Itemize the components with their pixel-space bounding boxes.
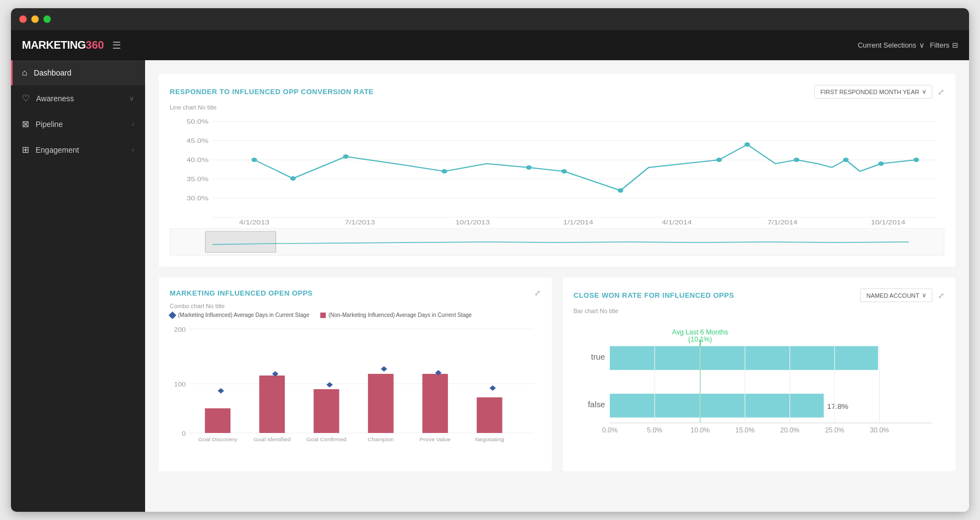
- svg-point-29: [878, 161, 884, 166]
- svg-text:true: true: [591, 353, 605, 361]
- conversion-rate-title: RESPONDER TO INFLUENCED OPP CONVERSION R…: [170, 88, 374, 96]
- heart-icon: ♡: [22, 93, 30, 103]
- svg-rect-44: [368, 374, 394, 433]
- combo-chart-legend: (Marketing Influenced) Average Days in C…: [170, 312, 541, 318]
- app-wrapper: MARKETING360 ☰ Current Selections ∨ Filt…: [11, 30, 969, 512]
- svg-text:1/1/2014: 1/1/2014: [563, 219, 593, 226]
- mini-chart-svg: [170, 229, 944, 255]
- svg-text:Prove Value: Prove Value: [420, 437, 451, 442]
- sidebar-item-label: Awareness: [36, 94, 74, 103]
- close-won-subtitle: Bar chart No title: [574, 308, 945, 314]
- svg-point-30: [913, 158, 919, 162]
- expand-button[interactable]: ⤢: [534, 288, 541, 297]
- svg-rect-45: [422, 374, 448, 433]
- svg-text:false: false: [587, 400, 604, 409]
- grid-icon: ⊞: [22, 145, 29, 155]
- sidebar-item-label: Pipeline: [36, 120, 63, 129]
- expand-button[interactable]: ⤢: [938, 88, 944, 96]
- conversion-chart-subtitle: Line chart No title: [170, 104, 944, 111]
- combo-chart-svg: 200 100 0: [170, 323, 541, 444]
- legend-label: (Marketing Influenced) Average Days in C…: [178, 312, 309, 318]
- minimize-button[interactable]: [31, 15, 39, 23]
- svg-text:17.8%: 17.8%: [827, 402, 848, 411]
- svg-text:35.0%: 35.0%: [187, 176, 209, 182]
- sidebar-item-dashboard[interactable]: ⌂ Dashboard: [11, 60, 145, 85]
- filters-button[interactable]: Filters ⊟: [930, 41, 958, 49]
- hamburger-icon[interactable]: ☰: [112, 39, 121, 51]
- sidebar-item-engagement[interactable]: ⊞ Engagement ‹: [11, 137, 145, 163]
- hbar-chart-svg: true false 17.8% Avg Last 6 Months (10.1…: [579, 322, 939, 458]
- app-container: ⌂ Dashboard ♡ Awareness ∨ ⊠ Pipeline ‹ ⊞…: [11, 60, 969, 512]
- sidebar-item-awareness[interactable]: ♡ Awareness ∨: [11, 85, 145, 111]
- svg-rect-41: [205, 408, 230, 433]
- svg-rect-42: [260, 375, 285, 433]
- svg-point-27: [794, 158, 799, 162]
- close-won-header: CLOSE WON RATE FOR INFLUENCED OPPS NAMED…: [574, 288, 945, 302]
- current-selections-label: Current Selections: [858, 41, 916, 49]
- maximize-button[interactable]: [43, 15, 51, 23]
- main-content: RESPONDER TO INFLUENCED OPP CONVERSION R…: [145, 60, 969, 512]
- chevron-down-icon: ∨: [922, 88, 926, 95]
- traffic-lights: [19, 15, 51, 23]
- svg-text:10/1/2014: 10/1/2014: [871, 219, 906, 226]
- svg-text:50.0%: 50.0%: [187, 118, 209, 125]
- close-won-title: CLOSE WON RATE FOR INFLUENCED OPPS: [574, 291, 734, 299]
- svg-text:Goal Discovery: Goal Discovery: [198, 437, 237, 442]
- window: MARKETING360 ☰ Current Selections ∨ Filt…: [11, 8, 969, 512]
- svg-text:7/1/2014: 7/1/2014: [768, 219, 798, 226]
- square-icon: [320, 313, 326, 318]
- logo-marketing: MARKETING: [22, 39, 86, 51]
- close-won-section: CLOSE WON RATE FOR INFLUENCED OPPS NAMED…: [563, 278, 956, 471]
- combo-chart: 200 100 0: [170, 323, 541, 444]
- conversion-rate-header: RESPONDER TO INFLUENCED OPP CONVERSION R…: [170, 85, 944, 99]
- svg-text:5.0%: 5.0%: [647, 426, 662, 434]
- first-responded-dropdown[interactable]: FIRST RESPONDED MONTH YEAR ∨: [814, 85, 932, 99]
- svg-rect-46: [477, 397, 503, 433]
- marketing-opps-header: MARKETING INFLUENCED OPEN OPPS ⤢: [170, 288, 541, 297]
- svg-point-25: [716, 158, 722, 162]
- svg-marker-47: [218, 388, 224, 394]
- current-selections-button[interactable]: Current Selections ∨: [858, 41, 925, 49]
- svg-text:100: 100: [174, 381, 186, 388]
- line-chart-svg: 50.0% 45.0% 40.0% 35.0% 30.0% 4/1/2013 7…: [170, 116, 944, 226]
- svg-text:4/1/2013: 4/1/2013: [239, 219, 269, 226]
- svg-text:10/1/2013: 10/1/2013: [456, 219, 490, 226]
- sidebar-item-label: Engagement: [36, 146, 79, 154]
- legend-item-non-marketing: (Non-Marketing Influenced) Average Days …: [320, 312, 472, 318]
- svg-text:40.0%: 40.0%: [187, 157, 209, 163]
- svg-point-21: [442, 169, 447, 174]
- close-button[interactable]: [19, 15, 27, 23]
- hbar-chart: true false 17.8% Avg Last 6 Months (10.1…: [574, 322, 945, 460]
- topbar: MARKETING360 ☰ Current Selections ∨ Filt…: [11, 30, 969, 60]
- svg-text:20.0%: 20.0%: [780, 426, 799, 434]
- chevron-left-icon: ‹: [132, 120, 134, 128]
- svg-text:25.0%: 25.0%: [825, 426, 844, 434]
- svg-point-26: [745, 142, 750, 147]
- svg-point-22: [526, 165, 532, 170]
- mini-chart[interactable]: [170, 228, 944, 256]
- marketing-opps-subtitle: Combo chart No title: [170, 303, 541, 309]
- logo: MARKETING360: [22, 39, 104, 51]
- svg-text:15.0%: 15.0%: [735, 426, 754, 434]
- filters-label: Filters: [930, 41, 949, 49]
- svg-text:Goal Confirmed: Goal Confirmed: [306, 437, 346, 442]
- chevron-down-icon: ∨: [919, 41, 925, 49]
- cart-icon: ⊠: [22, 119, 29, 129]
- expand-button[interactable]: ⤢: [938, 291, 944, 300]
- sidebar-item-pipeline[interactable]: ⊠ Pipeline ‹: [11, 111, 145, 137]
- bottom-charts-row: MARKETING INFLUENCED OPEN OPPS ⤢ Combo c…: [159, 278, 955, 482]
- svg-point-19: [290, 176, 296, 181]
- svg-text:30.0%: 30.0%: [869, 426, 889, 434]
- chevron-left-icon: ‹: [132, 146, 134, 154]
- legend-label: (Non-Marketing Influenced) Average Days …: [328, 312, 472, 318]
- close-won-controls: NAMED ACCOUNT ∨ ⤢: [860, 288, 944, 302]
- home-icon: ⌂: [22, 68, 27, 78]
- svg-point-23: [561, 169, 567, 174]
- svg-rect-62: [609, 394, 823, 417]
- marketing-opps-title: MARKETING INFLUENCED OPEN OPPS: [170, 289, 313, 297]
- named-account-dropdown[interactable]: NAMED ACCOUNT ∨: [860, 288, 932, 302]
- chevron-down-icon: ∨: [129, 95, 134, 102]
- legend-item-marketing: (Marketing Influenced) Average Days in C…: [170, 312, 309, 318]
- logo-360: 360: [86, 39, 104, 51]
- svg-rect-34: [205, 232, 275, 252]
